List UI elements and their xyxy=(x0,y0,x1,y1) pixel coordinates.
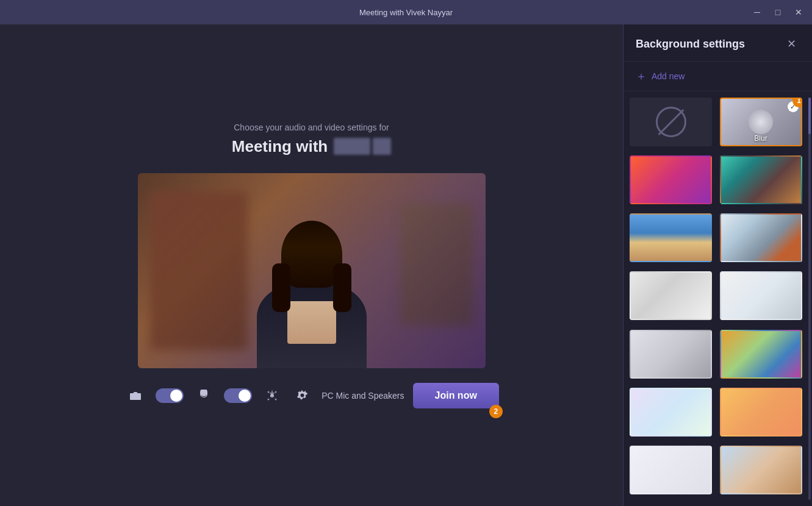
hair-side-left xyxy=(272,263,290,312)
blur-bg-label: Blur xyxy=(721,134,801,143)
person-figure xyxy=(257,228,367,368)
title-bar: Meeting with Vivek Nayyar ─ □ ✕ xyxy=(0,0,812,24)
mic-toggle[interactable] xyxy=(224,388,252,403)
join-badge: 2 xyxy=(489,405,503,418)
bg-item-1[interactable] xyxy=(630,155,712,204)
window-title: Meeting with Vivek Nayyar xyxy=(359,8,453,17)
svg-point-2 xyxy=(275,391,277,393)
background-grid: 1 Blur ✓ xyxy=(623,91,812,506)
video-preview xyxy=(138,173,486,368)
bg-item-7[interactable] xyxy=(630,330,712,379)
svg-point-4 xyxy=(275,398,277,400)
name-blur-2 xyxy=(373,138,391,155)
add-new-icon: ＋ xyxy=(636,69,647,84)
no-bg-icon xyxy=(656,107,686,137)
bg-item-12[interactable] xyxy=(720,446,802,494)
meeting-name-blur xyxy=(334,138,391,155)
settings-text: Choose your audio and video settings for xyxy=(234,123,389,132)
camera-toggle-switch[interactable] xyxy=(156,388,184,403)
bg-item-8[interactable] xyxy=(720,330,802,379)
add-new-label: Add new xyxy=(652,71,684,81)
maximize-button[interactable]: □ xyxy=(772,6,784,18)
bg-item-2[interactable] xyxy=(720,155,802,204)
camera-icon-button[interactable] xyxy=(124,384,147,407)
window-controls: ─ □ ✕ xyxy=(751,6,805,18)
meeting-title-row: Meeting with xyxy=(232,137,391,156)
bg-item-6[interactable] xyxy=(720,271,802,320)
bg-item-none[interactable] xyxy=(630,98,712,146)
no-bg-line xyxy=(658,109,684,135)
center-area: Choose your audio and video settings for… xyxy=(0,24,623,506)
join-now-wrapper: Join now 2 xyxy=(413,383,499,408)
bg-blur-right xyxy=(400,204,473,326)
person-head xyxy=(287,233,336,288)
hair-side-right xyxy=(333,263,351,312)
bg-blur-left xyxy=(150,191,248,350)
blur-bg-circle xyxy=(749,110,773,134)
mic-icon-button[interactable] xyxy=(192,384,215,407)
controls-bar: PC Mic and Speakers Join now 2 xyxy=(124,383,499,408)
bg-item-9[interactable] xyxy=(630,388,712,437)
name-blur-1 xyxy=(334,138,370,155)
bg-item-5[interactable] xyxy=(630,271,712,320)
svg-point-3 xyxy=(268,398,270,400)
bg-item-blur[interactable]: 1 Blur ✓ xyxy=(720,98,802,146)
bg-item-11[interactable] xyxy=(630,446,712,494)
mic-toggle-switch[interactable] xyxy=(224,388,252,403)
svg-point-1 xyxy=(268,391,270,393)
bg-item-4[interactable] xyxy=(720,213,802,262)
bg-panel-header: Background settings ✕ xyxy=(623,24,812,62)
join-now-button[interactable]: Join now xyxy=(413,383,499,408)
effects-icon-button[interactable] xyxy=(260,384,284,407)
bg-item-10[interactable] xyxy=(720,388,802,437)
person-hair xyxy=(281,221,342,288)
camera-toggle[interactable] xyxy=(156,388,184,403)
minimize-button[interactable]: ─ xyxy=(751,6,763,18)
scrollbar-thumb xyxy=(808,98,811,134)
bg-panel-close-button[interactable]: ✕ xyxy=(783,35,800,52)
audio-device-label: PC Mic and Speakers xyxy=(322,391,404,401)
bg-panel-title: Background settings xyxy=(636,38,745,51)
add-new-background[interactable]: ＋ Add new xyxy=(623,62,812,91)
meeting-with-label: Meeting with xyxy=(232,137,328,156)
person-shirt xyxy=(287,301,336,344)
main-layout: Choose your audio and video settings for… xyxy=(0,24,812,506)
bg-item-3[interactable] xyxy=(630,213,712,262)
close-button[interactable]: ✕ xyxy=(792,6,805,18)
scrollbar-track[interactable] xyxy=(808,98,811,500)
gear-icon-button[interactable] xyxy=(292,385,313,406)
background-settings-panel: Background settings ✕ ＋ Add new 1 Blur ✓ xyxy=(623,24,812,506)
